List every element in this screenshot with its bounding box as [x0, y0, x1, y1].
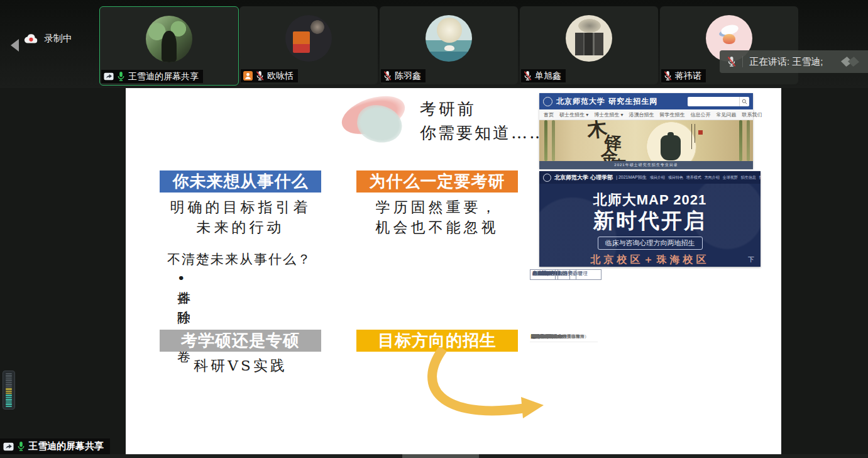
mic-muted-icon: [727, 56, 736, 67]
website-screenshot: 北京师范大学 研究生招生网 首页硕士生招生 ▾博士生招生 ▾港澳台招生留学生招生…: [539, 93, 753, 169]
recording-indicator: 录制中: [24, 33, 72, 45]
participant-nametag: 欧咏恬: [241, 69, 298, 82]
list-item: 招生信息: [741, 175, 756, 181]
mic-muted-icon: [256, 70, 264, 81]
website-banner: 木 铎 金 声: [539, 120, 753, 161]
map-title-line1: 北师大MAP 2021: [539, 184, 761, 209]
mic-on-icon: [17, 441, 25, 452]
list-item: 培养模式: [686, 175, 701, 181]
scroll-down-hint: 下: [748, 255, 754, 264]
orange-subtext-1: 学历固然重要，: [356, 198, 518, 217]
map-hero: 北师大MAP 2021 新时代开启 临床与咨询心理方向两地招生 北京校区＋珠海校…: [539, 184, 761, 267]
map-logo-suffix: | 2021MAP招生: [616, 174, 647, 181]
list-item: 留学生招生: [660, 111, 685, 118]
website-logo-text: 北京师范大学 研究生招生网: [556, 96, 657, 107]
list-item: 常见问题: [717, 111, 737, 118]
list-item: 项目特色: [668, 175, 683, 181]
blue-subtext-1: 明确的目标指引着: [160, 198, 321, 217]
website-banner-caption: 2021年硕士研究生招生专业目录: [539, 161, 753, 169]
participant-name: 陈羽鑫: [395, 70, 421, 81]
table-cell: 367: [530, 269, 558, 280]
banner-bell: [661, 135, 681, 160]
participant-nametag: 单旭鑫: [521, 69, 566, 82]
collapse-strip-icon[interactable]: [11, 39, 19, 52]
screen-share-icon: [3, 442, 14, 451]
website-header: 北京师范大学 研究生招生网: [539, 93, 753, 109]
list-item: 硕士生招生 ▾: [559, 111, 588, 118]
banner-calligraphy: 声: [612, 158, 626, 161]
share-banner-label: 王雪迪的屏幕共享: [28, 440, 104, 452]
meeting-window: 录制中 王雪迪的屏幕共享 欧咏恬 陈羽鑫: [0, 0, 868, 458]
mic-muted-icon: [664, 70, 672, 81]
list-item: 博士生招生 ▾: [594, 111, 623, 118]
participant-name: 欧咏恬: [267, 70, 294, 81]
list-item: 全球视野: [723, 175, 738, 181]
website-nav: 首页硕士生招生 ▾博士生招生 ▾港澳台招生留学生招生信息公开常见问题联系我们: [539, 109, 753, 120]
participant-name: 王雪迪的屏幕共享: [128, 71, 199, 82]
video-tile-wangxuedi[interactable]: 王雪迪的屏幕共享: [99, 6, 239, 86]
video-tile-chenyuxin[interactable]: 陈羽鑫: [380, 6, 518, 84]
curved-arrow: [393, 347, 553, 435]
participant-name: 蒋祎诺: [675, 70, 701, 81]
recording-label: 录制中: [44, 33, 72, 45]
map-pill: 临床与咨询心理方向两地招生: [598, 237, 703, 250]
participant-nametag: 陈羽鑫: [381, 69, 426, 82]
bottom-edge-bar: [0, 454, 868, 458]
avatar: [426, 15, 472, 62]
blue-subtext-2: 未来的行动: [160, 218, 321, 237]
list-item: 港澳台招生: [629, 111, 654, 118]
table-cell: 350: [530, 333, 554, 342]
participant-name: 单旭鑫: [535, 70, 561, 81]
list-item: 方向介绍: [705, 175, 720, 181]
shared-slide: 考研前 你需要知道…… 你未来想从事什么 明确的目标指引着 未来的行动 为什么一…: [126, 88, 781, 454]
university-emblem-icon: [543, 174, 551, 182]
topic-box-future-career: 你未来想从事什么: [160, 170, 321, 193]
map-banner-screenshot: 北京师范大学 心理学部 | 2021MAP招生 项目介绍项目特色培养模式方向介绍…: [539, 171, 761, 267]
video-strip: 录制中 王雪迪的屏幕共享 欧咏恬 陈羽鑫: [0, 0, 868, 88]
list-item: 报考流程: [759, 175, 761, 181]
speaking-toast: 正在讲话: 王雪迪;: [720, 50, 868, 73]
university-emblem-icon: [543, 97, 552, 106]
share-banner: 王雪迪的屏幕共享: [0, 438, 110, 454]
question-text: 不清楚未来从事什么？: [167, 250, 312, 268]
mic-on-icon: [117, 71, 125, 82]
gray-subtext: 科研VS实践: [160, 356, 321, 376]
cloud-record-icon: [24, 33, 38, 44]
member-badge-icon: [243, 71, 253, 81]
slide-title-line1: 考研前: [420, 98, 476, 120]
search-input: [688, 97, 749, 106]
list-item: 联系我们: [742, 111, 762, 118]
orange-subtext-2: 机会也不能忽视: [356, 218, 518, 237]
participant-nametag: 王雪迪的屏幕共享: [101, 70, 203, 83]
avatar: [146, 16, 192, 62]
watercolor-splash: [341, 94, 414, 147]
divider: [742, 56, 743, 67]
brand-logo-icon: [842, 56, 860, 67]
speaking-toast-label: 正在讲话: 王雪迪;: [749, 56, 823, 68]
list-item: 信息公开: [691, 111, 711, 118]
map-nav: 项目介绍项目特色培养模式方向介绍全球视野招生信息报考流程资费奖助联系我们: [650, 175, 761, 181]
map-header: 北京师范大学 心理学部 | 2021MAP招生 项目介绍项目特色培养模式方向介绍…: [539, 171, 761, 184]
list-item: 首页: [544, 111, 554, 118]
avatar: [285, 15, 332, 62]
map-title-line2: 新时代开启: [539, 209, 761, 232]
list-item: 项目介绍: [650, 175, 665, 181]
map-campuses: 北京校区＋珠海校区: [539, 254, 761, 267]
participant-nametag: 蒋祎诺: [661, 69, 706, 82]
search-icon: [739, 97, 749, 106]
audio-level-meter: [3, 371, 15, 410]
bottom-handle[interactable]: [402, 454, 479, 458]
slide-title-line2: 你需要知道……: [420, 122, 547, 144]
screen-share-icon: [104, 72, 114, 81]
red-seal: [698, 130, 703, 135]
topic-box-academic-vs-professional: 考学硕还是专硕: [160, 330, 321, 352]
video-tile-shanxuxin[interactable]: 单旭鑫: [520, 6, 658, 84]
mic-muted-icon: [524, 70, 532, 81]
avatar: [566, 15, 612, 62]
topic-box-why-kaoyan: 为什么一定要考研: [356, 170, 518, 193]
mic-muted-icon: [383, 70, 392, 81]
video-tile-ouyongtian[interactable]: 欧咏恬: [239, 6, 378, 84]
map-logo-text: 北京师范大学 心理学部: [554, 174, 613, 182]
